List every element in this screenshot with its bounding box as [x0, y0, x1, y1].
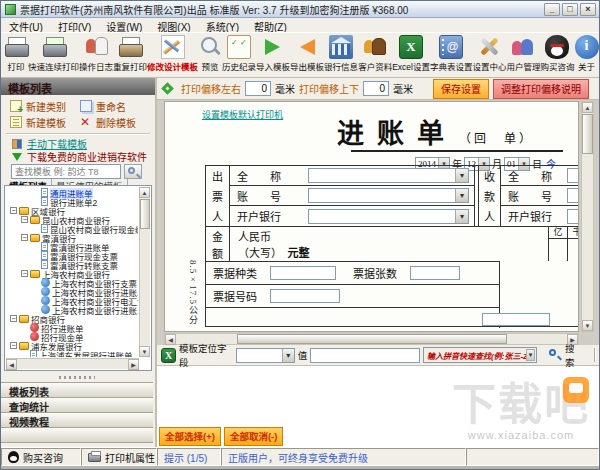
tree-horizontal-scrollbar[interactable]: ◀ ▶ [6, 358, 139, 369]
toolbar-button-history[interactable]: 历史纪录 [222, 35, 256, 72]
payee-input[interactable] [567, 209, 579, 224]
splitter-handle[interactable] [1, 373, 153, 381]
qq-icon [8, 451, 19, 463]
nav-bar-视频教程[interactable]: 视频教程 [1, 412, 153, 428]
select-all-button[interactable]: 全部选择(+) [159, 427, 221, 446]
free-software-link[interactable]: 下载免费的商业进销存软件 [1, 150, 155, 163]
toolbar-button-qq[interactable]: 购买咨询 [540, 35, 574, 72]
expander-icon[interactable]: − [10, 207, 17, 214]
bill-number-input[interactable] [270, 289, 340, 303]
rename-button[interactable]: 重命名 [80, 98, 150, 114]
offset-ud-input[interactable]: 0 [363, 81, 389, 96]
scroll-left-icon[interactable]: ◀ [165, 334, 176, 345]
toolbar-label: 重复打印 [113, 60, 147, 72]
toolbar-button-users[interactable]: 用户管理 [506, 35, 540, 72]
extra-input[interactable] [482, 313, 550, 326]
new-category-button[interactable]: 新建类别 [10, 98, 80, 114]
menu-item[interactable]: 视图(X) [157, 19, 190, 32]
tree-vertical-scrollbar[interactable]: ▲ ▼ [139, 187, 150, 357]
toolbar-button-import[interactable]: 导入模板 [256, 35, 290, 72]
field-label: 全 称 [230, 168, 308, 184]
toolbar-button-printer-repeat[interactable]: 重复打印 [113, 35, 147, 72]
toolbar-button-export[interactable]: 导出模板 [290, 35, 324, 72]
payer-combo[interactable] [308, 188, 469, 203]
tree-item[interactable]: 银行进账单2 [7, 197, 138, 206]
payee-input[interactable] [567, 188, 579, 203]
payee-fields: 全 称账 号开户银行 [501, 166, 579, 226]
buy-consult-button[interactable]: 购买咨询 [1, 448, 81, 466]
menu-item[interactable]: 打印(V) [58, 19, 91, 32]
offset-lr-input[interactable]: 0 [245, 81, 271, 96]
scroll-up-icon[interactable]: ▲ [139, 187, 150, 198]
scrollbar-thumb[interactable] [237, 334, 507, 344]
toolbar-button-people[interactable]: 操作日志 [79, 35, 113, 72]
bill-count-label: 票据张数 [346, 265, 410, 281]
excel-icon [161, 348, 176, 363]
payee-input[interactable] [567, 168, 579, 183]
toolbar-button-excel[interactable]: Excel设置 [392, 35, 430, 72]
maximize-button[interactable]: □ [562, 3, 578, 16]
adjust-offset-help-button[interactable]: 调整打印偏移说明 [493, 79, 589, 99]
deselect-all-button[interactable]: 全部取消(-) [224, 427, 284, 446]
nav-bar-模板列表[interactable]: 模板列表 [1, 382, 153, 398]
document-vertical-scrollbar[interactable]: ▲ ▼ [581, 101, 594, 332]
toolbar-button-design[interactable]: 修改设计模板 [147, 35, 198, 72]
payer-char: 出 [212, 168, 223, 184]
new-template-button[interactable]: 新建模板 [10, 114, 80, 130]
rename-icon [80, 100, 92, 112]
expander-icon[interactable]: − [21, 216, 28, 223]
payer-combo[interactable] [308, 168, 469, 183]
toolbar-button-bank[interactable]: 银行信息 [324, 35, 358, 72]
tools-icon [477, 35, 501, 59]
toolbar-button-tools[interactable]: 设置中心 [472, 35, 506, 72]
payer-fields: 全 称账 号开户银行 [230, 166, 474, 226]
menu-item[interactable]: 系统(Y) [206, 19, 239, 32]
save-settings-button[interactable]: 保存设置 [433, 79, 489, 99]
scroll-up-icon[interactable]: ▲ [582, 102, 593, 113]
payee-row: 账 号 [501, 186, 579, 206]
toolbar-button-printer-fast[interactable]: 快速连续打印 [28, 35, 79, 72]
nav-bar-查询统计[interactable]: 查询统计 [1, 397, 153, 413]
payer-combo[interactable] [308, 209, 469, 224]
offset-lr-unit: 毫米 [275, 81, 295, 96]
bill-count-input[interactable] [410, 266, 460, 280]
folder-icon [30, 234, 40, 242]
field-select[interactable] [236, 348, 295, 363]
search-input[interactable] [11, 164, 121, 179]
delete-template-button[interactable]: 删除模板 [80, 114, 150, 130]
toolbar-button-dictionary[interactable]: 字典表设置 [430, 35, 473, 72]
scrollbar-thumb[interactable] [582, 114, 593, 154]
menu-item[interactable]: 设置(W) [106, 19, 142, 32]
template-tree: 通用进账单银行进账单2−区域银行−昆山农村商业银行昆山农村商业银行现金缴票−富滇… [4, 185, 152, 371]
scrollbar-thumb[interactable] [140, 199, 150, 229]
pinyin-search-select[interactable]: 输入拼音快速查找(例:张三-ZS) ▾ [423, 347, 537, 363]
expander-icon[interactable]: − [10, 342, 17, 349]
expander-icon[interactable]: − [21, 234, 28, 241]
toolbar-button-preview[interactable]: 预览 [198, 35, 222, 72]
default-printer-link[interactable]: 设置模板默认打印机 [202, 108, 283, 121]
chevron-down-icon[interactable]: ▾ [526, 349, 535, 361]
scroll-down-icon[interactable]: ▼ [139, 346, 150, 357]
toolbar-button-printer[interactable]: 打印 [4, 35, 28, 72]
minimize-button[interactable]: _ [544, 3, 560, 16]
toolbar-button-customers[interactable]: 客户资料 [358, 35, 392, 72]
toolbar-button-about[interactable]: 关于 [575, 35, 599, 72]
offset-ud-unit: 毫米 [393, 81, 413, 96]
menu-item[interactable]: 帮助(Z) [254, 19, 287, 32]
tree-item[interactable]: 上海农村商业银行进账单2 [7, 305, 138, 314]
scroll-down-icon[interactable]: ▼ [582, 320, 593, 331]
printer-properties-button[interactable]: 打印机属性 [81, 448, 157, 466]
value-input[interactable] [310, 348, 420, 363]
expander-icon[interactable]: − [21, 270, 28, 277]
bill-kind-input[interactable] [270, 266, 336, 280]
expander-icon[interactable]: − [10, 315, 17, 322]
scroll-left-icon[interactable]: ◀ [6, 359, 17, 370]
tree-item[interactable]: 上海浦东发展银行进账单 [7, 350, 138, 357]
close-button[interactable]: × [580, 3, 596, 16]
search-button[interactable] [124, 164, 142, 179]
menu-item[interactable]: 文件(U) [9, 19, 43, 32]
scroll-right-icon[interactable]: ▶ [128, 359, 139, 370]
digit-header: 千 [568, 226, 579, 239]
search-button[interactable] [546, 347, 562, 363]
toolbar-label: 打印 [7, 60, 24, 72]
